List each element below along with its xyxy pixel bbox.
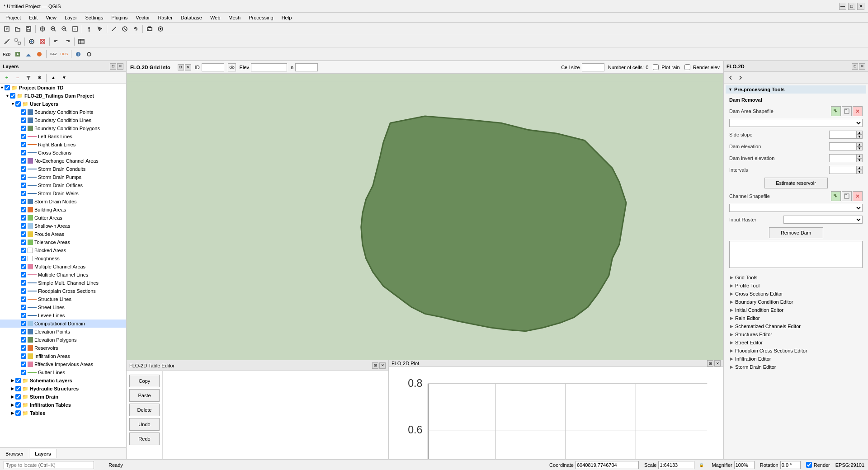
tool-initial-condition-editor[interactable]: ▶Initial Condition Editor [727, 306, 864, 314]
layer-checkbox-hydraulic-structures[interactable] [15, 386, 21, 391]
layer-item-eia[interactable]: Effective Impervious Areas [0, 360, 126, 368]
layers-float-btn[interactable]: ⊡ [110, 63, 116, 70]
estimate-reservoir-btn[interactable]: Estimate reservoir [764, 178, 828, 188]
layer-checkbox-elev-points[interactable] [21, 329, 26, 334]
dam-area-browse-btn[interactable] [831, 106, 841, 116]
edit-btn[interactable] [2, 37, 12, 47]
tool-boundary-condition-editor[interactable]: ▶Boundary Condition Editor [727, 298, 864, 306]
layer-checkbox-elev-polygons[interactable] [21, 337, 26, 343]
intervals-input[interactable]: 10 [829, 166, 856, 174]
new-project-btn[interactable] [2, 24, 12, 34]
te-float-btn[interactable]: ⊡ [372, 362, 378, 369]
scale-lock-btn[interactable]: 🔒 [696, 460, 706, 470]
layer-item-user-layers[interactable]: ▼📁User Layers [0, 100, 126, 108]
flo2d-float-btn[interactable]: ⊡ [852, 63, 858, 70]
menu-item-edit[interactable]: Edit [25, 14, 41, 21]
menu-item-web[interactable]: Web [207, 14, 224, 21]
layer-item-bcl[interactable]: Boundary Condition Lines [0, 116, 126, 124]
dam-elev-down[interactable]: ▼ [856, 146, 863, 150]
layer-checkbox-schematic-layers[interactable] [15, 378, 21, 383]
layer-item-stormdrain-conduits[interactable]: Storm Drain Conduits [0, 165, 126, 173]
layer-checkbox-levee-lines[interactable] [21, 313, 26, 318]
redo-button[interactable]: Redo [129, 432, 160, 445]
layer-item-stormdrain-weirs[interactable]: Storm Drain Weirs [0, 189, 126, 197]
tool-cross-sections-editor[interactable]: ▶Cross Sections Editor [727, 290, 864, 298]
layer-item-gutter-lines[interactable]: Gutter Lines [0, 368, 126, 376]
layer-item-tolerance[interactable]: Tolerance Areas [0, 238, 126, 246]
layers-add-btn[interactable]: + [2, 73, 12, 83]
layer-checkbox-stormdrain-weirs[interactable] [21, 191, 26, 196]
layers-tab[interactable]: Layers [29, 449, 57, 458]
layer-item-roughness[interactable]: Roughness [0, 254, 126, 263]
menu-item-help[interactable]: Help [278, 14, 296, 21]
layer-item-infiltration-tables[interactable]: ▶📁Infiltration Tables [0, 401, 126, 409]
dam-invert-up[interactable]: ▲ [856, 154, 863, 158]
layer-item-storm-drain[interactable]: ▶📁Storm Drain [0, 393, 126, 401]
side-slope-down[interactable]: ▼ [856, 135, 863, 139]
maximize-button[interactable]: □ [848, 3, 855, 10]
layer-checkbox-infiltration-tables[interactable] [15, 402, 21, 408]
channel-browse-btn[interactable] [831, 191, 841, 201]
help-btn[interactable] [156, 24, 165, 34]
rotation-input[interactable] [780, 461, 801, 469]
layers-down-btn[interactable]: ▼ [59, 73, 69, 83]
preprocessing-section[interactable]: ▼ Pre-processing Tools [726, 85, 866, 94]
layer-item-multichannel-areas[interactable]: Multiple Channel Areas [0, 263, 126, 271]
expand-icon-hydraulic-structures[interactable]: ▶ [11, 386, 15, 391]
layer-item-flo2d-tailings[interactable]: ▼📁FLO-2D_Tailings Dam Project [0, 92, 126, 100]
menu-item-settings[interactable]: Settings [81, 14, 107, 21]
layer-item-rightbank[interactable]: Right Bank Lines [0, 141, 126, 149]
menu-item-database[interactable]: Database [177, 14, 206, 21]
layer-checkbox-bcl[interactable] [21, 118, 26, 123]
refresh-btn[interactable] [131, 24, 141, 34]
dam-elev-input[interactable]: 0.00 [829, 142, 856, 150]
id-input[interactable] [202, 63, 224, 71]
channel-delete-btn[interactable] [853, 191, 863, 201]
dam-area-select[interactable] [729, 119, 863, 127]
dam-invert-input[interactable]: 0.00 [829, 154, 856, 162]
layer-item-floodplain-xs[interactable]: Floodplain Cross Sections [0, 287, 126, 295]
layer-checkbox-bcp[interactable] [21, 109, 26, 115]
elev-input[interactable] [251, 63, 287, 71]
tool-structures-editor[interactable]: ▶Structures Editor [727, 330, 864, 338]
layers-remove-btn[interactable]: − [13, 73, 23, 83]
layer-checkbox-building-areas[interactable] [21, 207, 26, 212]
layer-checkbox-tables[interactable] [15, 410, 21, 416]
redo-edit-btn[interactable] [62, 37, 72, 47]
expand-icon-tables[interactable]: ▶ [11, 411, 15, 415]
tool-schematized-channels-editor[interactable]: ▶Schematized Channels Editor [727, 322, 864, 330]
attribute-table-btn[interactable] [76, 37, 86, 47]
layer-item-structure-lines[interactable]: Structure Lines [0, 295, 126, 303]
layer-item-schematic-layers[interactable]: ▶📁Schematic Layers [0, 376, 126, 385]
layer-item-tables[interactable]: ▶📁Tables [0, 409, 126, 417]
layer-item-froude[interactable]: Froude Areas [0, 230, 126, 238]
layers-up-btn[interactable]: ▲ [48, 73, 58, 83]
delete-feature-btn[interactable] [38, 37, 47, 47]
layer-item-stormdrain-pumps[interactable]: Storm Drain Pumps [0, 173, 126, 181]
layer-checkbox-comp-domain[interactable] [21, 321, 26, 326]
layer-checkbox-structure-lines[interactable] [21, 296, 26, 302]
layer-checkbox-stormdrain-orifices[interactable] [21, 183, 26, 188]
layer-checkbox-storm-drain[interactable] [15, 394, 21, 400]
layer-item-multichannel-lines[interactable]: Multiple Channel Lines [0, 271, 126, 279]
undo-button[interactable]: Undo [129, 418, 160, 431]
layer-item-blocked[interactable]: Blocked Areas [0, 246, 126, 254]
print-btn[interactable] [145, 24, 155, 34]
remove-dam-btn[interactable]: Remove Dam [769, 227, 823, 238]
layer-checkbox-flo2d-tailings[interactable] [10, 93, 15, 99]
expand-icon-flo2d-tailings[interactable]: ▼ [5, 94, 10, 98]
layer-item-stormdrain-nodes[interactable]: Storm Drain Nodes [0, 197, 126, 206]
expand-icon-storm-drain[interactable]: ▶ [11, 395, 15, 399]
layer-checkbox-multichannel-areas[interactable] [21, 264, 26, 269]
layer-item-street-lines[interactable]: Street Lines [0, 303, 126, 311]
layer-item-simple-mult[interactable]: Simple Mult. Channel Lines [0, 279, 126, 287]
layer-checkbox-infiltration-areas[interactable] [21, 353, 26, 359]
side-slope-input[interactable]: 0.00 [829, 131, 856, 139]
tool-floodplain-cross-sections-editor[interactable]: ▶Floodplain Cross Sections Editor [727, 347, 864, 355]
layer-checkbox-project-domain[interactable] [5, 85, 10, 90]
layer-item-crosssections[interactable]: Cross Sections [0, 149, 126, 157]
pan-btn[interactable] [38, 24, 47, 34]
tool-rain-editor[interactable]: ▶Rain Editor [727, 314, 864, 322]
layer-checkbox-leftbank[interactable] [21, 134, 26, 139]
layer-checkbox-shallow-n[interactable] [21, 223, 26, 229]
